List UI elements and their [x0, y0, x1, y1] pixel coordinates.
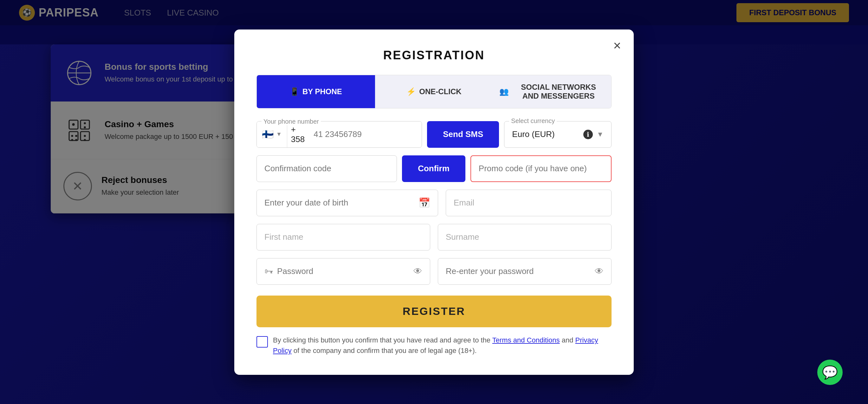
confirmation-input-wrap [256, 155, 397, 182]
tab-one-click[interactable]: ⚡ ONE-CLICK [375, 75, 493, 108]
password-input[interactable] [277, 267, 410, 276]
one-click-tab-icon: ⚡ [406, 87, 416, 96]
currency-field: Select currency Euro (EUR) ℹ ▼ [504, 121, 612, 148]
terms-text: By clicking this button you confirm that… [273, 335, 612, 356]
password-row: 🗝 👁 👁 [256, 258, 612, 285]
phone-field-container: Your phone number 🇫🇮 ▼ + 358 [256, 121, 422, 148]
eye-toggle-icon[interactable]: 👁 [413, 266, 422, 277]
tab-by-phone[interactable]: 📱 BY PHONE [257, 75, 375, 108]
firstname-field-wrap [256, 224, 430, 250]
phone-currency-row: Your phone number 🇫🇮 ▼ + 358 Send SMS Se… [256, 121, 612, 148]
modal-close-button[interactable]: × [613, 39, 621, 52]
phone-tab-label: BY PHONE [303, 87, 342, 96]
currency-value: Euro (EUR) [512, 129, 583, 139]
chat-button[interactable]: 💬 [817, 360, 843, 385]
phone-code: + 358 [287, 125, 308, 144]
tab-social[interactable]: 👥 SOCIAL NETWORKS AND MESSENGERS [493, 75, 611, 108]
phone-country-selector[interactable]: 🇫🇮 ▼ [257, 121, 287, 148]
email-input[interactable] [446, 190, 612, 216]
currency-info-icon: ℹ [583, 130, 593, 139]
one-click-tab-label: ONE-CLICK [419, 87, 461, 96]
register-button[interactable]: REGISTER [256, 296, 612, 327]
dob-field: 📅 [256, 190, 438, 216]
currency-icons: ℹ ▼ [583, 130, 603, 139]
currency-selector[interactable]: Euro (EUR) ℹ ▼ [504, 121, 612, 148]
currency-label: Select currency [509, 117, 557, 125]
confirmation-code-input[interactable] [265, 164, 389, 174]
terms-link-1[interactable]: Terms and Conditions [492, 336, 560, 344]
reenter-password-input[interactable] [446, 267, 591, 276]
country-flag: 🇫🇮 [262, 129, 274, 140]
confirm-button[interactable]: Confirm [402, 155, 465, 182]
registration-modal: × REGISTRATION 📱 BY PHONE ⚡ ONE-CLICK 👥 … [234, 30, 634, 375]
social-tab-label: SOCIAL NETWORKS AND MESSENGERS [512, 83, 605, 100]
surname-field-wrap [438, 224, 612, 250]
password-field-wrap: 🗝 👁 [256, 258, 430, 285]
surname-input[interactable] [438, 224, 612, 250]
promo-input-wrap [470, 155, 612, 182]
phone-tab-icon: 📱 [290, 87, 299, 96]
dob-input[interactable] [265, 198, 418, 208]
terms-checkbox[interactable] [256, 336, 268, 347]
country-chevron-icon: ▼ [276, 131, 282, 137]
registration-tabs: 📱 BY PHONE ⚡ ONE-CLICK 👥 SOCIAL NETWORKS… [256, 75, 612, 108]
currency-chevron-icon: ▼ [597, 130, 603, 138]
calendar-icon: 📅 [418, 197, 430, 208]
promo-code-input[interactable] [479, 164, 603, 174]
modal-overlay: × REGISTRATION 📱 BY PHONE ⚡ ONE-CLICK 👥 … [0, 0, 868, 404]
firstname-input[interactable] [256, 224, 430, 250]
phone-number-input[interactable] [308, 121, 422, 148]
email-field-wrap [446, 190, 612, 216]
reenter-eye-toggle-icon[interactable]: 👁 [595, 266, 603, 277]
dob-email-row: 📅 [256, 190, 612, 216]
terms-row: By clicking this button you confirm that… [256, 335, 612, 356]
name-row [256, 224, 612, 250]
key-icon: 🗝 [265, 266, 273, 277]
social-tab-icon: 👥 [499, 87, 509, 96]
reenter-password-field-wrap: 👁 [438, 258, 612, 285]
modal-title: REGISTRATION [256, 49, 612, 62]
confirmation-promo-row: Confirm [256, 155, 612, 182]
phone-label: Your phone number [261, 118, 321, 125]
send-sms-button[interactable]: Send SMS [427, 121, 499, 148]
